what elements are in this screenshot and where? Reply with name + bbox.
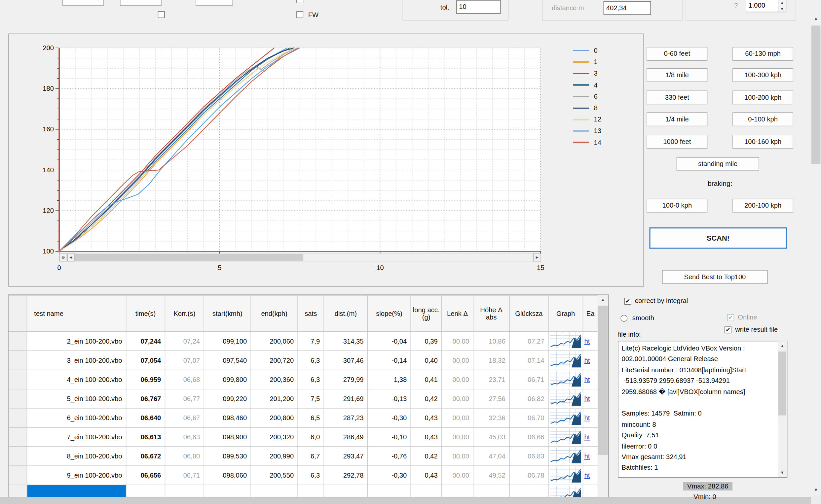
cell-dist[interactable]: 286,49: [324, 427, 367, 447]
cell-graph[interactable]: [548, 408, 583, 427]
cell-korr[interactable]: 06,77: [165, 389, 204, 408]
cell-graph[interactable]: [548, 447, 583, 466]
cell-slope[interactable]: -0,30: [368, 466, 411, 485]
cell-sats[interactable]: 6,0: [298, 427, 324, 447]
cell-time[interactable]: 06,959: [126, 370, 165, 389]
column-header-6[interactable]: dist.(m): [324, 295, 367, 332]
smooth-radio[interactable]: [621, 315, 628, 322]
cell-graph[interactable]: [548, 466, 583, 485]
cell-dist[interactable]: 291,69: [324, 389, 367, 408]
row-header-cell[interactable]: [9, 389, 27, 408]
cell-acc[interactable]: 0,41: [411, 370, 442, 389]
cell-slope[interactable]: -0,04: [368, 331, 411, 351]
cell-start[interactable]: 099,530: [204, 447, 251, 466]
cell-graph[interactable]: [548, 351, 583, 370]
cell-acc[interactable]: 0,40: [411, 351, 442, 370]
cell-sats[interactable]: 6,3: [298, 351, 324, 370]
cell-glueck[interactable]: 07,14: [509, 351, 548, 370]
cell-name[interactable]: 6_ein 100-200.vbo: [27, 408, 126, 427]
cell-hoehe[interactable]: 27,56: [473, 389, 509, 408]
cell-hoehe[interactable]: 49,52: [473, 466, 509, 485]
online-checkbox[interactable]: ✔: [727, 314, 734, 321]
top-cut-button-2[interactable]: [120, 0, 161, 6]
table-scrollbar-thumb[interactable]: [598, 306, 608, 455]
cell-link[interactable]: ht: [583, 466, 598, 485]
row-header-cell[interactable]: [9, 331, 27, 351]
chart-scrollbar-track[interactable]: [75, 253, 533, 261]
cell-hoehe[interactable]: 18,32: [473, 351, 509, 370]
spinner-down-button[interactable]: ▼: [778, 5, 786, 12]
fw-checkbox[interactable]: [296, 11, 303, 18]
column-header-1[interactable]: time(s): [126, 295, 165, 332]
link-text[interactable]: ht: [584, 433, 590, 441]
link-text[interactable]: ht: [584, 376, 590, 383]
cell-sats[interactable]: 6,3: [298, 466, 324, 485]
cell-dist[interactable]: 279,99: [324, 370, 367, 389]
legend-item[interactable]: 3: [573, 68, 632, 79]
range-button-1-8-mile[interactable]: 1/8 mile: [647, 68, 707, 82]
legend-item[interactable]: 1: [573, 56, 632, 68]
cell-start[interactable]: 098,900: [204, 427, 251, 447]
table-corner-cell[interactable]: [9, 295, 27, 332]
cell-lenk[interactable]: 00,00: [442, 408, 473, 427]
row-header-cell[interactable]: [9, 466, 27, 485]
cell-lenk[interactable]: 00,00: [442, 351, 473, 370]
cell-korr[interactable]: 06,68: [165, 370, 204, 389]
cell-link[interactable]: ht: [583, 331, 598, 351]
link-text[interactable]: ht: [584, 395, 590, 403]
chart-zoom-button[interactable]: ⊖: [59, 253, 67, 261]
column-header-0[interactable]: test name: [27, 295, 126, 332]
cell-sats[interactable]: 6,7: [298, 447, 324, 466]
cell-korr[interactable]: 06,63: [165, 427, 204, 447]
cell-time[interactable]: 07,054: [126, 351, 165, 370]
correct-by-integral-checkbox[interactable]: ✔: [625, 298, 632, 305]
cell-dist[interactable]: 292,78: [324, 466, 367, 485]
cell-glueck[interactable]: 07,27: [509, 331, 548, 351]
cell-korr[interactable]: 06,71: [165, 466, 204, 485]
cell-slope[interactable]: -0,10: [368, 427, 411, 447]
cell-sats[interactable]: 6,3: [298, 370, 324, 389]
range-button-100-200-kph[interactable]: 100-200 kph: [733, 90, 793, 104]
cell-link[interactable]: ht: [583, 389, 598, 408]
cell-hoehe[interactable]: 45,03: [473, 427, 509, 447]
column-header-7[interactable]: slope(%): [368, 295, 411, 332]
cell-start[interactable]: 098,060: [204, 466, 251, 485]
spinner-up-button[interactable]: ▲: [778, 0, 786, 5]
cell-lenk[interactable]: 00,00: [442, 389, 473, 408]
table-row[interactable]: 9_ein 100-200.vbo06,65606,71098,060200,5…: [9, 466, 598, 485]
cell-start[interactable]: 099,800: [204, 370, 251, 389]
cell-time[interactable]: 06,656: [126, 466, 165, 485]
cell-acc[interactable]: 0,43: [411, 408, 442, 427]
table-row[interactable]: 2_ein 100-200.vbo07,24407,24099,100200,0…: [9, 331, 598, 351]
cell-dist[interactable]: 293,47: [324, 447, 367, 466]
cell-korr[interactable]: 07,24: [165, 331, 204, 351]
cell-name[interactable]: 4_ein 100-200.vbo: [27, 370, 126, 389]
link-text[interactable]: ht: [584, 414, 590, 422]
cell-lenk[interactable]: 00,00: [442, 447, 473, 466]
cell-slope[interactable]: -0,76: [368, 447, 411, 466]
column-header-10[interactable]: Höhe Δ abs: [473, 295, 509, 332]
row-header-cell[interactable]: [9, 408, 27, 427]
link-text[interactable]: ht: [584, 472, 590, 479]
cell-glueck[interactable]: 06,66: [509, 427, 548, 447]
cell-end[interactable]: 201,200: [251, 389, 298, 408]
column-header-5[interactable]: sats: [298, 295, 324, 332]
cell-glueck[interactable]: 06,78: [509, 466, 548, 485]
cell-lenk[interactable]: 00,00: [442, 331, 473, 351]
cell-end[interactable]: 200,990: [251, 447, 298, 466]
cell-dist[interactable]: 307,46: [324, 351, 367, 370]
range-button-330-feet[interactable]: 330 feet: [647, 90, 707, 104]
scroll-up-icon[interactable]: ▲: [778, 341, 787, 350]
cell-slope[interactable]: -0,30: [368, 408, 411, 427]
send-best-to-top100-button[interactable]: Send Best to Top100: [662, 270, 768, 284]
unlabeled-checkbox[interactable]: [158, 11, 165, 18]
column-header-9[interactable]: Lenk Δ: [442, 295, 473, 332]
braking-button-100-0-kph[interactable]: 100-0 kph: [647, 199, 707, 213]
row-header-cell[interactable]: [9, 351, 27, 370]
column-header-2[interactable]: Korr.(s): [165, 295, 204, 332]
cell-slope[interactable]: 1,38: [368, 370, 411, 389]
scroll-down-icon[interactable]: ▼: [778, 468, 787, 477]
cell-name[interactable]: 3_ein 100-200.vbo: [27, 351, 126, 370]
column-header-12[interactable]: Graph: [548, 295, 583, 332]
scroll-up-icon[interactable]: ▲: [811, 14, 821, 23]
